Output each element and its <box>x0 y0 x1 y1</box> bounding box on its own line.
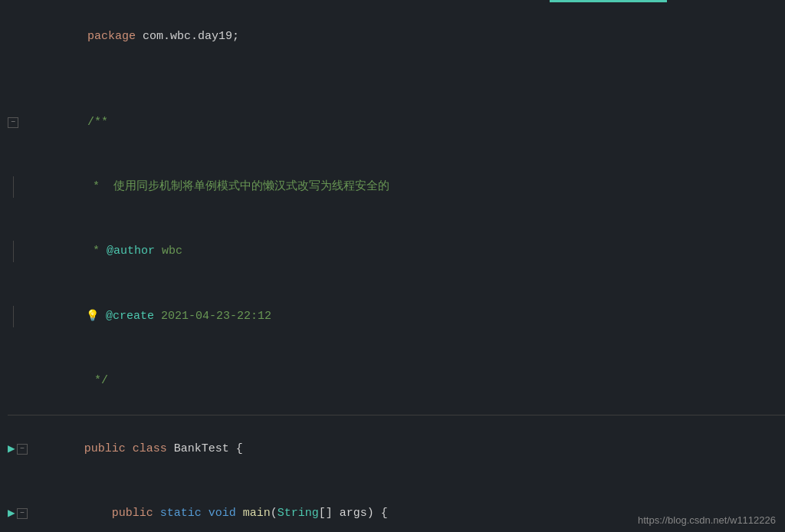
code-line-author: * @author wbc <box>8 219 785 284</box>
code-line-comment1: * 使用同步机制将单例模式中的懒汉式改写为线程安全的 <box>8 155 785 219</box>
run-arrow-icon[interactable]: ▶ <box>8 438 15 460</box>
code-line-comment-start: − /** <box>8 90 785 155</box>
code-text: */ <box>32 349 785 413</box>
run-arrow-icon2[interactable]: ▶ <box>8 503 15 524</box>
code-text: public class BankTest { <box>29 417 785 481</box>
section-divider <box>8 415 785 415</box>
code-text: package com.wbc.day19; <box>32 5 785 69</box>
code-line-class-banktest: ▶ − public class BankTest { <box>8 417 785 481</box>
code-text: 💡 @create 2021-04-23-22:12 <box>31 284 785 349</box>
code-text: * @author wbc <box>31 219 785 284</box>
code-line-create: 💡 @create 2021-04-23-22:12 <box>8 284 785 349</box>
url-badge: https://blog.csdn.net/w1112226 <box>638 514 776 526</box>
code-text: /** <box>32 90 785 155</box>
fold-connector <box>8 176 18 198</box>
code-editor: package com.wbc.day19; − /** * 使用同步机制将单例… <box>0 0 785 532</box>
fold-connector <box>8 306 18 327</box>
code-line-comment-end: */ <box>8 349 785 413</box>
code-line-empty <box>8 69 785 90</box>
fold-icon[interactable]: − <box>8 117 18 128</box>
code-line-package: package com.wbc.day19; <box>8 5 785 69</box>
code-text: * 使用同步机制将单例模式中的懒汉式改写为线程安全的 <box>31 155 785 219</box>
fold-icon[interactable]: − <box>17 444 28 455</box>
code-content: package com.wbc.day19; − /** * 使用同步机制将单例… <box>0 0 785 532</box>
fold-connector <box>8 241 18 262</box>
fold-icon[interactable]: − <box>17 508 28 519</box>
